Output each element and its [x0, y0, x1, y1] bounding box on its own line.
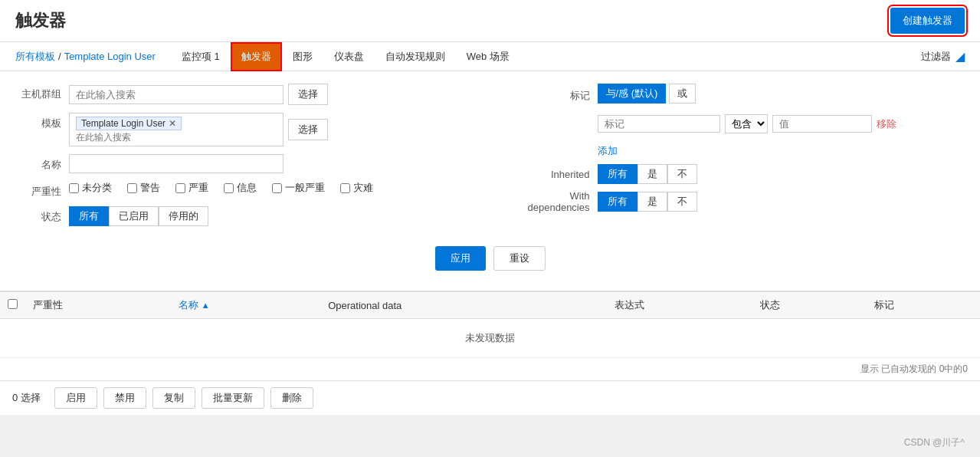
host-group-select-btn[interactable]: 选择 [288, 84, 328, 105]
severity-disaster[interactable]: 灾难 [340, 181, 373, 195]
tag-condition-row: 包含 移除 [598, 114, 896, 133]
severity-info[interactable]: 信息 [224, 181, 257, 195]
tag-value-input[interactable] [772, 115, 872, 133]
table-header-row: 严重性 名称 ▲ Operational data 表达式 状态 标记 [0, 292, 980, 319]
tag-operator-select[interactable]: 包含 [725, 114, 768, 133]
filter-left: 主机群组 选择 模板 Template Login User [15, 84, 475, 234]
with-dep-btns: 所有 是 不 [598, 192, 697, 212]
severity-disaster-label: 灾难 [353, 181, 373, 195]
status-enabled-btn[interactable]: 已启用 [109, 206, 159, 226]
severity-average-label: 一般严重 [285, 181, 325, 195]
severity-not-classified-check[interactable] [69, 183, 79, 193]
tag-remove-btn[interactable]: 移除 [877, 117, 896, 131]
severity-high-check[interactable] [175, 183, 185, 193]
severity-not-classified[interactable]: 未分类 [69, 181, 112, 195]
col-checkbox [0, 292, 25, 319]
severity-label: 严重性 [15, 181, 69, 199]
severity-checkboxes: 未分类 警告 严重 信息 [69, 181, 475, 195]
status-row: 状态 所有 已启用 停用的 [15, 206, 475, 226]
template-search-input[interactable] [76, 132, 277, 143]
add-tag-row: 添加 [506, 144, 965, 158]
host-group-input-wrap: 选择 [69, 84, 475, 105]
with-dep-no-btn[interactable]: 不 [667, 192, 697, 212]
filter-area: 过滤器 ◢ [921, 49, 965, 64]
filter-label: 过滤器 [921, 50, 951, 64]
tab-dashboard[interactable]: 仪表盘 [323, 42, 375, 71]
severity-high[interactable]: 严重 [175, 181, 208, 195]
create-trigger-button[interactable]: 创建触发器 [890, 8, 965, 34]
mass-update-btn[interactable]: 批量更新 [202, 387, 264, 409]
delete-btn[interactable]: 删除 [270, 387, 313, 409]
nav-bar: 所有模板 / Template Login User 监控项 1 触发器 图形 … [0, 42, 980, 71]
status-label: 状态 [15, 206, 69, 224]
breadcrumb-current[interactable]: Template Login User [64, 51, 156, 62]
tab-trigger[interactable]: 触发器 [231, 42, 282, 71]
with-dep-label: With dependencies [506, 190, 598, 213]
tag-condition-section: 包含 移除 [506, 114, 965, 138]
inherited-all-btn[interactable]: 所有 [598, 164, 637, 184]
inherited-label: Inherited [506, 169, 598, 180]
status-all-btn[interactable]: 所有 [69, 206, 109, 226]
top-header: 触发器 创建触发器 [0, 0, 980, 42]
host-group-field: 选择 [69, 84, 475, 105]
table-section: 严重性 名称 ▲ Operational data 表达式 状态 标记 未发现数… [0, 292, 980, 358]
tab-web[interactable]: Web 场景 [456, 42, 520, 71]
reset-btn[interactable]: 重设 [493, 246, 546, 271]
tag-logic-or-btn[interactable]: 或 [669, 84, 696, 104]
tag-name-input[interactable] [598, 115, 720, 133]
tag-logic-and-or-btn[interactable]: 与/感 (默认) [598, 84, 667, 104]
with-dep-yes-btn[interactable]: 是 [637, 192, 667, 212]
col-name[interactable]: 名称 ▲ [171, 292, 320, 319]
name-row: 名称 [15, 154, 475, 173]
col-severity: 严重性 [25, 292, 171, 319]
no-data-cell: 未发现数据 [0, 319, 980, 358]
template-tag: Template Login User ✕ [76, 117, 182, 130]
severity-disaster-check[interactable] [340, 183, 350, 193]
severity-info-check[interactable] [224, 183, 234, 193]
name-input[interactable] [69, 154, 284, 173]
with-dep-row: With dependencies 所有 是 不 [506, 190, 965, 213]
severity-average-check[interactable] [272, 183, 282, 193]
tab-graph[interactable]: 图形 [282, 42, 323, 71]
inherited-no-btn[interactable]: 不 [667, 164, 697, 184]
col-tags: 标记 [867, 292, 980, 319]
main-content: 主机群组 选择 模板 Template Login User [0, 71, 980, 291]
with-dep-all-btn[interactable]: 所有 [598, 192, 637, 212]
severity-average[interactable]: 一般严重 [272, 181, 325, 195]
template-label: 模板 [15, 113, 69, 130]
template-tag-wrap: Template Login User ✕ [69, 113, 284, 146]
inherited-row: Inherited 所有 是 不 [506, 164, 965, 184]
copy-btn[interactable]: 复制 [152, 387, 195, 409]
sort-arrow: ▲ [202, 301, 210, 310]
template-select-btn[interactable]: 选择 [288, 119, 328, 140]
footer-note: 显示 已自动发现的 0中的0 [0, 358, 980, 380]
disable-btn[interactable]: 禁用 [103, 387, 146, 409]
tab-monitor[interactable]: 监控项 1 [171, 42, 231, 71]
inherited-btns: 所有 是 不 [598, 164, 697, 184]
severity-warning-label: 警告 [140, 181, 160, 195]
status-disabled-btn[interactable]: 停用的 [159, 206, 208, 226]
apply-btn[interactable]: 应用 [435, 246, 486, 271]
template-tag-remove[interactable]: ✕ [169, 118, 176, 129]
breadcrumb-all-templates[interactable]: 所有模板 [15, 50, 55, 64]
add-tag-link[interactable]: 添加 [598, 144, 618, 158]
breadcrumb-sep: / [58, 51, 61, 62]
filter-icon[interactable]: ◢ [955, 49, 965, 64]
tab-discovery[interactable]: 自动发现规则 [375, 42, 456, 71]
enable-btn[interactable]: 启用 [54, 387, 97, 409]
select-all-checkbox[interactable] [8, 299, 18, 309]
filter-form: 主机群组 选择 模板 Template Login User [15, 84, 965, 234]
filter-right: 标记 与/感 (默认) 或 包含 移除 [506, 84, 965, 234]
col-op-data: Operational data [320, 292, 607, 319]
host-group-input[interactable] [69, 85, 284, 104]
severity-warning[interactable]: 警告 [127, 181, 160, 195]
severity-warning-check[interactable] [127, 183, 137, 193]
inherited-yes-btn[interactable]: 是 [637, 164, 667, 184]
bottom-count: 0 选择 [12, 391, 41, 405]
tag-label: 标记 [506, 89, 598, 103]
template-tag-text: Template Login User [81, 118, 166, 129]
host-group-row: 主机群组 选择 [15, 84, 475, 105]
col-status: 状态 [752, 292, 866, 319]
template-input-wrap: Template Login User ✕ 选择 [69, 113, 475, 146]
severity-not-classified-label: 未分类 [82, 181, 112, 195]
